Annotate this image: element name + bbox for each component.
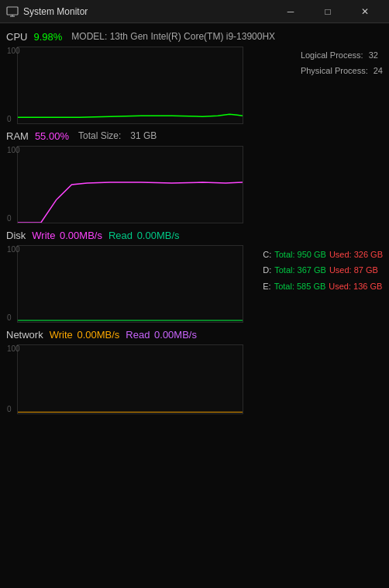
ram-section: RAM 55.00% Total Size: 31 GB 100 0 [6,127,383,223]
cpu-label: CPU [6,31,27,43]
ram-graph-wrapper: 100 0 [6,146,383,223]
minimize-button[interactable]: ─ [273,0,308,23]
disk-section: Disk Write 0.00MB/s Read 0.00MB/s 100 0 … [6,227,383,323]
ram-scale-top: 100 [6,146,20,154]
titlebar-left: System Monitor [6,5,88,18]
disk-graph-wrapper: 100 0 C: Total: 950 GB Used: 326 GB D: T… [6,245,383,323]
disk-graph [17,245,243,323]
titlebar-title: System Monitor [23,6,88,17]
titlebar-controls: ─ □ ✕ [273,0,383,23]
disk-read-label: Read 0.00MB/s [108,230,180,241]
cpu-info: Logical Process: 32 Physical Process: 24 [301,48,383,79]
ram-scale-bottom: 0 [6,215,12,223]
cpu-graph [17,47,243,124]
cpu-value: 9.98% [33,31,62,43]
disk-scale-bottom: 0 [6,314,12,323]
cpu-scale-bottom: 0 [6,116,12,124]
network-read: Read 0.00MB/s [126,329,197,341]
cpu-logical: Logical Process: 32 [301,48,383,64]
network-scale-bottom: 0 [6,406,12,414]
disk-header: Disk Write 0.00MB/s Read 0.00MB/s [6,227,383,244]
disk-drives-info: C: Total: 950 GB Used: 326 GB D: Total: … [263,247,383,294]
main-content: CPU 9.98% MODEL: 13th Gen Intel(R) Core(… [0,23,389,588]
cpu-model: MODEL: 13th Gen Intel(R) Core(TM) i9-139… [71,31,275,42]
cpu-graph-wrapper: 100 0 Logical Process: 32 Physical Proce… [6,47,383,124]
ram-total-value: 31 GB [130,130,157,141]
network-graph [17,344,243,414]
network-write: Write 0.00MB/s [50,329,120,341]
cpu-physical: Physical Process: 24 [301,64,383,79]
disk-label: Disk [6,230,26,241]
close-button[interactable]: ✕ [347,0,383,23]
ram-total-label: Total Size: [78,130,121,141]
drive-c: C: Total: 950 GB Used: 326 GB [263,247,383,262]
network-section: Network Write 0.00MB/s Read 0.00MB/s 100… [6,326,383,414]
network-scale-top: 100 [6,344,20,353]
network-graph-wrapper: 100 0 [6,344,383,414]
ram-value: 55.00% [35,130,69,142]
monitor-icon [6,5,19,18]
ram-graph [17,146,243,223]
cpu-section: CPU 9.98% MODEL: 13th Gen Intel(R) Core(… [6,28,383,124]
network-label: Network [6,329,43,341]
disk-write-label: Write 0.00MB/s [32,230,102,241]
cpu-scale-top: 100 [6,47,20,55]
svg-rect-0 [7,7,18,15]
drive-e: E: Total: 585 GB Used: 136 GB [263,278,383,294]
ram-label: RAM [6,130,29,142]
drive-d: D: Total: 367 GB Used: 87 GB [263,262,383,278]
maximize-button[interactable]: □ [310,0,346,23]
ram-header: RAM 55.00% Total Size: 31 GB [6,127,383,144]
cpu-header: CPU 9.98% MODEL: 13th Gen Intel(R) Core(… [6,28,383,45]
network-header: Network Write 0.00MB/s Read 0.00MB/s [6,326,383,343]
titlebar: System Monitor ─ □ ✕ [0,0,389,23]
disk-scale-top: 100 [6,245,20,254]
